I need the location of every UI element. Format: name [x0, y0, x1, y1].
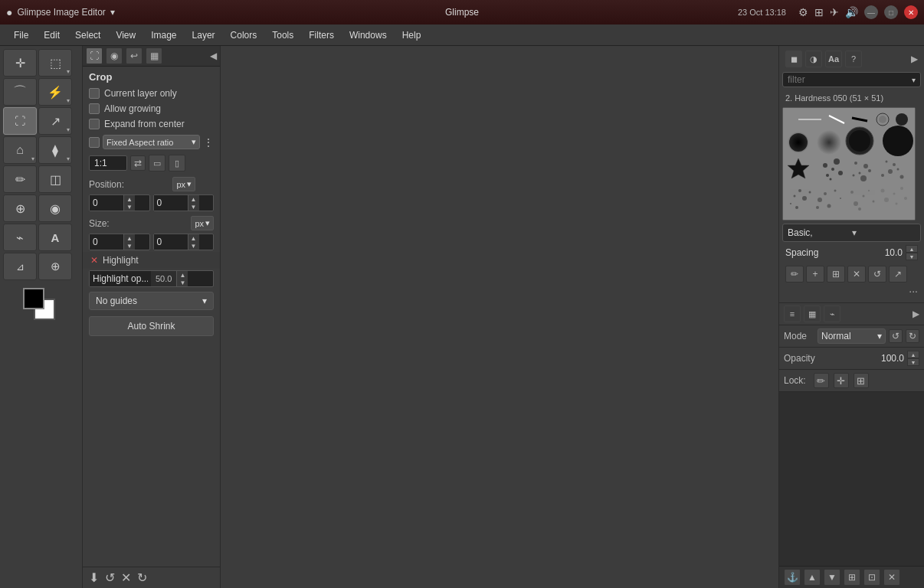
menu-image[interactable]: Image: [143, 27, 184, 44]
opacity-up[interactable]: ▲: [907, 351, 919, 358]
size-unit-select[interactable]: px ▾: [191, 216, 214, 230]
size-h-input[interactable]: [154, 234, 188, 250]
brush-new-button[interactable]: +: [806, 266, 824, 283]
pos-x-down[interactable]: ▼: [124, 203, 135, 211]
mode-dropdown[interactable]: Normal ▾: [818, 328, 886, 344]
brush-export-button[interactable]: ↗: [889, 266, 907, 283]
brush-edit-button[interactable]: ✏: [785, 266, 804, 283]
pos-x-input[interactable]: [90, 195, 123, 211]
tool-eraser[interactable]: ◫: [38, 165, 72, 193]
tool-zoom[interactable]: ⊕: [38, 253, 72, 280]
layer-anchor-button[interactable]: ⚓: [784, 569, 801, 586]
menu-tools[interactable]: Tools: [264, 27, 301, 44]
undo-changes-button[interactable]: ↺: [105, 570, 115, 585]
tool-blur[interactable]: ◉: [38, 194, 72, 222]
brush-refresh-button[interactable]: ↺: [868, 266, 886, 283]
new-preset-button[interactable]: ↻: [137, 570, 147, 585]
ratio-input[interactable]: [89, 155, 127, 171]
tool-presets-tab[interactable]: ◉: [106, 47, 123, 64]
brush-delete-button[interactable]: ✕: [847, 266, 866, 283]
layer-copy-button[interactable]: ⊡: [863, 569, 880, 586]
layers-expand-button[interactable]: ▶: [913, 309, 919, 319]
brush-patterns-tab[interactable]: ◼: [785, 51, 802, 67]
help-tab[interactable]: ?: [845, 51, 862, 67]
size-h-down[interactable]: ▼: [188, 242, 199, 250]
lock-position-button[interactable]: ✛: [834, 373, 849, 388]
mode-cycle-right[interactable]: ↻: [906, 329, 919, 343]
brush-copy-button[interactable]: ⊞: [827, 266, 845, 283]
tool-fuzzy-select[interactable]: ⚡ ▾: [38, 78, 72, 106]
tool-text[interactable]: A: [38, 224, 72, 251]
tool-perspective[interactable]: ⧫ ▾: [38, 136, 72, 164]
expand-center-checkbox[interactable]: [89, 119, 100, 129]
opacity-down[interactable]: ▼: [907, 358, 919, 366]
auto-shrink-button[interactable]: Auto Shrink: [89, 316, 214, 336]
mode-cycle-left[interactable]: ↺: [889, 329, 903, 343]
ratio-portrait-button[interactable]: ▯: [169, 155, 185, 172]
tool-options-tab[interactable]: ⛶: [86, 47, 103, 64]
lock-alpha-button[interactable]: ⊞: [854, 373, 869, 388]
fixed-aspect-checkbox[interactable]: [89, 137, 100, 148]
minimize-button[interactable]: —: [864, 5, 878, 19]
layer-down-button[interactable]: ▼: [824, 569, 840, 586]
lock-pixels-button[interactable]: ✏: [814, 373, 829, 388]
tool-view-tab[interactable]: ▦: [146, 47, 162, 64]
spacing-up[interactable]: ▲: [906, 245, 918, 253]
menu-view[interactable]: View: [108, 27, 143, 44]
foreground-color[interactable]: [23, 288, 44, 309]
tool-move[interactable]: ✛: [3, 49, 37, 77]
menu-layer[interactable]: Layer: [185, 27, 223, 44]
size-w-input[interactable]: [90, 234, 123, 250]
menu-windows[interactable]: Windows: [342, 27, 395, 44]
app-dropdown-icon[interactable]: ▾: [110, 7, 115, 18]
brush-more-button[interactable]: ···: [909, 285, 918, 297]
size-h-up[interactable]: ▲: [188, 234, 199, 242]
brush-filter-input[interactable]: ▾: [782, 72, 921, 87]
ratio-swap-button[interactable]: ⇄: [130, 155, 146, 171]
tool-clone[interactable]: ⊕: [3, 194, 37, 222]
highlight-down[interactable]: ▼: [177, 279, 188, 286]
options-more-button[interactable]: ⋮: [203, 136, 214, 149]
pos-x-up[interactable]: ▲: [124, 195, 135, 203]
ratio-landscape-button[interactable]: ▭: [149, 155, 165, 172]
layer-new-button[interactable]: ⊞: [844, 569, 860, 586]
font-tab[interactable]: Aa: [825, 51, 842, 67]
restore-defaults-button[interactable]: ⬇: [89, 570, 99, 585]
tool-undo-tab[interactable]: ↩: [126, 47, 143, 64]
highlight-up[interactable]: ▲: [177, 271, 188, 279]
filter-arrow-icon[interactable]: ▾: [912, 76, 916, 84]
menu-filters[interactable]: Filters: [301, 27, 342, 44]
tool-transform[interactable]: ↗ ▾: [38, 107, 72, 135]
menu-select[interactable]: Select: [67, 27, 108, 44]
options-collapse-button[interactable]: ◀: [210, 51, 217, 61]
layers-tab[interactable]: ≡: [784, 305, 801, 322]
brush-panel-expand[interactable]: ▶: [911, 54, 918, 64]
pos-y-down[interactable]: ▼: [188, 203, 199, 211]
position-unit-select[interactable]: px ▾: [172, 177, 195, 191]
brush-preset-dropdown[interactable]: Basic, ▾: [782, 224, 921, 242]
current-layer-checkbox[interactable]: [89, 88, 100, 99]
brush-filter-field[interactable]: [788, 74, 912, 85]
pos-y-input[interactable]: [154, 195, 188, 211]
tool-paths[interactable]: ⌁: [3, 224, 37, 251]
layer-up-button[interactable]: ▲: [804, 569, 821, 586]
size-w-down[interactable]: ▼: [124, 242, 135, 250]
menu-file[interactable]: File: [6, 27, 36, 44]
spacing-down[interactable]: ▼: [906, 253, 918, 260]
pos-y-up[interactable]: ▲: [188, 195, 199, 203]
tool-pencil[interactable]: ✏: [3, 165, 37, 193]
close-button[interactable]: ✕: [904, 5, 918, 19]
tool-lasso[interactable]: ⌒: [3, 78, 37, 106]
maximize-button[interactable]: □: [884, 5, 898, 19]
menu-colors[interactable]: Colors: [223, 27, 265, 44]
size-w-up[interactable]: ▲: [124, 234, 135, 242]
menu-edit[interactable]: Edit: [36, 27, 67, 44]
layer-delete-button[interactable]: ✕: [883, 569, 900, 586]
brush-tab[interactable]: ◑: [805, 51, 822, 67]
fixed-aspect-dropdown[interactable]: Fixed Aspect ratio ▾: [103, 135, 200, 149]
paths-tab[interactable]: ⌁: [824, 305, 840, 322]
tool-rect-select[interactable]: ⬚ ▾: [38, 49, 72, 77]
channels-tab[interactable]: ▦: [804, 305, 821, 322]
tool-crop[interactable]: ⛶: [3, 107, 37, 135]
delete-tool-button[interactable]: ✕: [121, 570, 131, 585]
